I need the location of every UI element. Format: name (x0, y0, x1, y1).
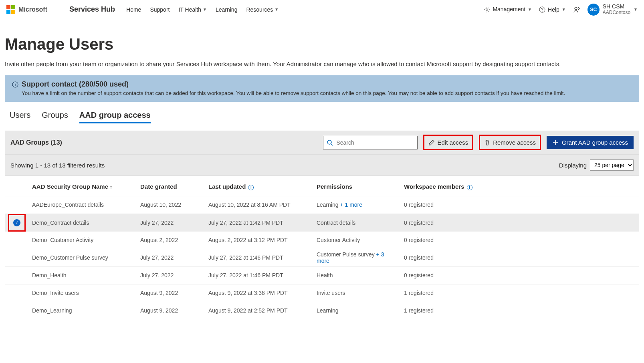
cell-group-name: Demo_Contract details (29, 220, 137, 226)
permissions-more-link[interactable]: + 1 more (340, 202, 362, 208)
grant-aad-group-access-button[interactable]: Grant AAD group access (547, 136, 634, 149)
col-permissions[interactable]: Permissions (313, 183, 401, 190)
table-row[interactable]: AADEurope_Contract detailsAugust 10, 202… (5, 196, 639, 214)
cell-permissions: Invite users (313, 290, 401, 296)
page-subtitle: Invite other people from your team or or… (5, 60, 639, 67)
tab-users[interactable]: Users (10, 111, 30, 123)
cell-last-updated: August 9, 2022 at 2:52 PM PDT (205, 307, 313, 314)
cell-date-granted: August 9, 2022 (137, 307, 205, 314)
help-menu[interactable]: Help ▼ (539, 6, 566, 13)
row-select[interactable]: ✓ (5, 214, 29, 232)
search-input[interactable] (335, 139, 414, 146)
contact-icon[interactable] (573, 6, 580, 13)
cell-last-updated: August 2, 2022 at 3:12 PM PDT (205, 237, 313, 243)
edit-access-button[interactable]: Edit access (426, 137, 470, 147)
cell-last-updated: July 27, 2022 at 1:42 PM PDT (205, 220, 313, 226)
nav-it-health[interactable]: IT Health▼ (178, 6, 206, 13)
nav-learning[interactable]: Learning (216, 6, 238, 13)
cell-group-name: Demo_Customer Pulse survey (29, 254, 137, 261)
help-icon (539, 6, 545, 13)
col-date-granted[interactable]: Date granted (137, 183, 205, 190)
highlight-box: ✓ (8, 214, 26, 232)
info-icon[interactable]: i (467, 185, 472, 190)
page-size-control: Displaying 25 per page (559, 159, 634, 171)
cell-group-name: Demo_Invite users (29, 290, 137, 296)
cell-last-updated: July 27, 2022 at 1:46 PM PDT (205, 272, 313, 278)
search-icon (327, 139, 333, 146)
highlight-box: Remove access (479, 135, 541, 150)
cell-group-name: Demo_Health (29, 272, 137, 278)
chevron-down-icon: ▼ (562, 7, 566, 12)
aad-group-table: AAD Security Group Name Date granted Las… (5, 175, 639, 319)
cell-last-updated: August 10, 2022 at 8:16 AM PDT (205, 202, 313, 208)
tab-groups[interactable]: Groups (42, 111, 68, 123)
page-body: Manage Users Invite other people from yo… (0, 19, 644, 319)
gear-icon (484, 6, 490, 13)
svg-point-0 (486, 8, 488, 10)
chevron-down-icon: ▼ (275, 7, 279, 12)
cell-group-name: AADEurope_Contract details (29, 202, 137, 208)
cell-members: 1 registered (401, 290, 639, 296)
col-group-name[interactable]: AAD Security Group Name (29, 183, 137, 190)
nav-home[interactable]: Home (126, 6, 141, 13)
table-row[interactable]: Demo_Customer ActivityAugust 2, 2022Augu… (5, 231, 639, 249)
brand-name: Microsoft (18, 6, 47, 13)
nav-resources[interactable]: Resources▼ (246, 6, 279, 13)
per-page-select[interactable]: 25 per page (590, 159, 634, 171)
tabs: Users Groups AAD group access (10, 111, 639, 123)
cell-date-granted: August 10, 2022 (137, 202, 205, 208)
info-icon (12, 81, 18, 88)
info-icon[interactable]: i (248, 185, 254, 190)
pencil-icon (428, 139, 435, 146)
cell-group-name: Demo_Learning (29, 307, 137, 314)
cell-members: 0 registered (401, 220, 639, 226)
search-box[interactable] (323, 136, 418, 149)
chevron-down-icon: ▼ (634, 7, 638, 12)
cell-permissions: Customer Pulse survey + 3 more (313, 251, 401, 264)
svg-point-2 (575, 7, 577, 10)
product-name[interactable]: Services Hub (69, 5, 115, 14)
microsoft-logo[interactable]: Microsoft (6, 0, 55, 19)
user-name: SH CSM (603, 4, 630, 10)
app-header: Microsoft Services Hub Home Support IT H… (0, 0, 644, 19)
cell-date-granted: August 9, 2022 (137, 290, 205, 296)
table-row[interactable]: ✓Demo_Contract detailsJuly 27, 2022July … (5, 214, 639, 231)
svg-point-4 (327, 140, 331, 144)
chevron-down-icon: ▼ (528, 7, 532, 12)
cell-last-updated: August 9, 2022 at 3:38 PM PDT (205, 290, 313, 296)
management-menu[interactable]: Management ▼ (484, 6, 532, 13)
permissions-more-link[interactable]: + 3 more (317, 251, 384, 264)
cell-members: 0 registered (401, 272, 639, 278)
avatar: SC (587, 4, 600, 16)
plus-icon (552, 139, 559, 146)
tab-aad-group-access[interactable]: AAD group access (79, 111, 151, 123)
cell-permissions: Health (313, 272, 401, 278)
table-row[interactable]: Demo_HealthJuly 27, 2022July 27, 2022 at… (5, 266, 639, 284)
remove-access-button[interactable]: Remove access (482, 137, 538, 147)
nav-support[interactable]: Support (150, 6, 170, 13)
results-bar: Showing 1 - 13 of 13 filtered results Di… (5, 154, 639, 175)
chevron-down-icon: ▼ (203, 7, 207, 12)
row-checked-icon[interactable]: ✓ (13, 219, 20, 226)
cell-permissions: Contract details (313, 220, 401, 226)
table-row[interactable]: Demo_Customer Pulse surveyJuly 27, 2022J… (5, 249, 639, 266)
highlight-box: Edit access (423, 135, 473, 150)
table-header: AAD Security Group Name Date granted Las… (5, 176, 639, 196)
cell-members: 0 registered (401, 202, 639, 208)
cell-members: 0 registered (401, 237, 639, 243)
aad-group-count: AAD Groups (13) (10, 139, 62, 146)
table-row[interactable]: Demo_LearningAugust 9, 2022August 9, 202… (5, 302, 639, 319)
results-showing: Showing 1 - 13 of 13 filtered results (10, 162, 105, 169)
table-row[interactable]: Demo_Invite usersAugust 9, 2022August 9,… (5, 284, 639, 302)
cell-last-updated: July 27, 2022 at 1:46 PM PDT (205, 254, 313, 261)
cell-date-granted: August 2, 2022 (137, 237, 205, 243)
page-title: Manage Users (5, 35, 639, 53)
cell-date-granted: July 27, 2022 (137, 220, 205, 226)
col-workspace-members[interactable]: Workspace membersi (401, 183, 639, 190)
cell-date-granted: July 27, 2022 (137, 254, 205, 261)
col-last-updated[interactable]: Last updatedi (205, 183, 313, 190)
cell-permissions: Learning + 1 more (313, 202, 401, 208)
cell-group-name: Demo_Customer Activity (29, 237, 137, 243)
cell-members: 0 registered (401, 254, 639, 261)
user-menu[interactable]: SC SH CSM AADContoso ▼ (587, 4, 638, 16)
